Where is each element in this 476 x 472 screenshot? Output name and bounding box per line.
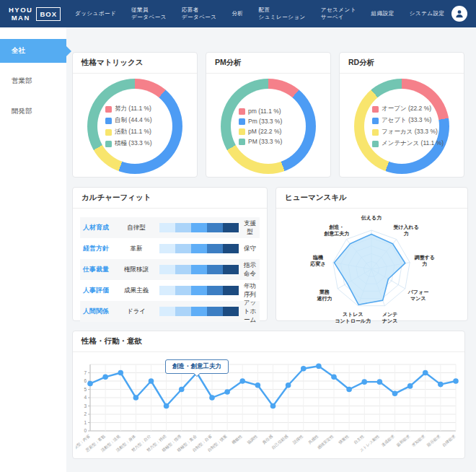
culture-scale-segment [191, 307, 207, 316]
culture-axis-name[interactable]: 人間関係 [83, 307, 118, 316]
svg-text:自律欲求: 自律欲求 [441, 434, 457, 447]
culture-fit-row: 人材育成自律型支援型 [80, 217, 260, 238]
legend-label: pM (22.2 %) [248, 128, 281, 135]
legend-item: オープン (22.2 %) [372, 105, 431, 113]
nav-item-analysis[interactable]: 分析 [232, 10, 244, 18]
culture-scale-segment [223, 286, 239, 295]
legend-label: 努力 (11.1 %) [115, 105, 151, 113]
svg-text:親和欲求: 親和欲求 [396, 434, 412, 448]
svg-text:3: 3 [84, 403, 87, 408]
culture-fit-row: 仕事裁量権限移譲指示命令 [80, 259, 260, 280]
svg-text:4: 4 [84, 395, 87, 400]
card-rd-analysis: RD分析 オープン (22.2 %)アセプト (33.3 %)フォーカス (33… [339, 52, 464, 178]
culture-scale-bar [159, 265, 239, 274]
culture-scale-segment [207, 286, 223, 295]
sidebar-item-1[interactable]: 営業部 [0, 69, 66, 93]
app-logo[interactable]: HYOU MAN BOX [9, 6, 61, 22]
card-title: 性格マトリックス [73, 53, 197, 74]
card-title: 性格・行動・意欲 [73, 331, 464, 352]
legend-swatch [239, 128, 245, 135]
culture-scale-segment [175, 244, 191, 253]
nav-item-placement-simulation[interactable]: 配置シュミレーション [259, 6, 306, 22]
card-personality-behavior: 性格・行動・意欲 創造・創意工夫力 01234567思索型：内省思索型：客観活動… [72, 331, 465, 459]
nav-item-label: サーベイ [321, 14, 356, 22]
card-title: ヒューマンスキル [276, 188, 467, 209]
culture-scale-segment [159, 307, 175, 316]
culture-fit-row: 人事評価成果主義年功序列 [80, 280, 260, 301]
user-avatar[interactable] [451, 6, 467, 22]
line-chart[interactable]: 創造・創意工夫力 01234567思索型：内省思索型：客観活動型：活発活動型：身… [73, 352, 464, 464]
svg-text:共感性: 共感性 [307, 434, 319, 445]
radar-chart[interactable]: 伝える力受け入れる 力調整する 力パフォー マンスメンテ ナンスストレス コント… [276, 209, 467, 323]
svg-text:0: 0 [84, 428, 87, 433]
culture-scale-segment [223, 307, 239, 316]
legend-item: フォーカス (33.3 %) [372, 128, 438, 136]
svg-text:1: 1 [84, 420, 87, 425]
svg-text:7: 7 [84, 370, 87, 375]
radar-axis-label: 調整する 力 [415, 254, 435, 267]
bottom-cards-row: 性格・行動・意欲 創造・創意工夫力 01234567思索型：内省思索型：客観活動… [72, 331, 468, 459]
nav-item-label: システム設定 [410, 10, 445, 18]
sidebar-item-0[interactable]: 全社 [0, 39, 66, 63]
radar-svg [276, 209, 467, 323]
culture-scale-bar [159, 223, 239, 232]
donut-chart-personality[interactable]: 努力 (11.1 %)自制 (44.4 %)活動 (11.1 %)積極 (33.… [87, 79, 182, 174]
culture-left-label: 革新 [118, 245, 155, 253]
svg-text:2: 2 [84, 411, 87, 416]
legend-item: pM (22.2 %) [239, 128, 281, 135]
donut-legend: オープン (22.2 %)アセプト (33.3 %)フォーカス (33.3 %)… [354, 79, 449, 174]
nav-item-system-settings[interactable]: システム設定 [410, 10, 445, 18]
card-title: カルチャーフィット [73, 188, 267, 209]
culture-scale-segment [175, 286, 191, 295]
svg-text:自主性: 自主性 [353, 434, 365, 445]
legend-swatch [372, 141, 379, 147]
culture-axis-name[interactable]: 仕事裁量 [83, 265, 118, 274]
culture-scale-segment [191, 244, 207, 253]
culture-scale-segment [175, 223, 191, 232]
person-icon [454, 9, 464, 19]
legend-label: メンテナンス (11.1 %) [382, 139, 444, 148]
legend-swatch [239, 118, 245, 125]
culture-axis-name[interactable]: 人材育成 [83, 223, 118, 232]
culture-right-label: 指示命令 [243, 261, 257, 279]
radar-axis-label: 臨機 応変さ [311, 254, 326, 267]
logo-box: BOX [36, 7, 61, 21]
donut-chart-pm[interactable]: pm (11.1 %)Pm (33.3 %)pM (22.2 %)PM (33.… [221, 79, 316, 174]
culture-left-label: 権限移譲 [118, 266, 155, 274]
culture-axis-name[interactable]: 人事評価 [83, 286, 118, 295]
nav-item-org-settings[interactable]: 組織設定 [371, 10, 395, 18]
culture-scale-segment [223, 244, 239, 253]
donut-chart-rd[interactable]: オープン (22.2 %)アセプト (33.3 %)フォーカス (33.3 %)… [354, 79, 449, 174]
legend-item: 積極 (33.3 %) [105, 139, 152, 148]
legend-swatch [372, 118, 379, 124]
culture-right-label: アットホーム [243, 299, 257, 325]
culture-axis-name[interactable]: 経営方針 [83, 244, 118, 253]
nav-item-applicant-database[interactable]: 応募者データベース [182, 6, 217, 22]
legend-label: PM (33.3 %) [248, 138, 282, 145]
page-layout: 全社営業部開発部 性格マトリックス 努力 (11.1 %)自制 (44.4 %)… [0, 27, 476, 472]
legend-swatch [105, 118, 112, 124]
culture-scale-segment [159, 223, 175, 232]
culture-scale-segment [207, 223, 223, 232]
culture-fit-table: 人材育成自律型支援型経営方針革新保守仕事裁量権限移譲指示命令人事評価成果主義年功… [73, 209, 267, 322]
nav-item-assessment-survey[interactable]: アセスメントサーベイ [321, 6, 356, 22]
legend-item: 自制 (44.4 %) [105, 116, 152, 125]
card-human-skill: ヒューマンスキル 伝える力受け入れる 力調整する 力パフォー マンスメンテ ナン… [276, 187, 468, 321]
nav-item-label: 配置 [259, 6, 306, 14]
culture-scale-bar [159, 244, 239, 253]
sidebar-item-2[interactable]: 開発部 [0, 100, 66, 123]
card-personality-matrix: 性格マトリックス 努力 (11.1 %)自制 (44.4 %)活動 (11.1 … [72, 52, 198, 178]
nav-item-employee-database[interactable]: 従業員データベース [131, 6, 167, 22]
nav-item-dashboard[interactable]: ダッシュボード [75, 10, 116, 18]
radar-axis-label: ストレス コントロール力 [335, 311, 371, 324]
culture-scale-segment [191, 265, 207, 274]
svg-text:協調性: 協調性 [247, 434, 260, 445]
card-culture-fit: カルチャーフィット 人材育成自律型支援型経営方針革新保守仕事裁量権限移譲指示命令… [72, 187, 268, 321]
culture-scale-segment [159, 244, 175, 253]
culture-fit-row: 経営方針革新保守 [80, 238, 260, 259]
chart-tooltip: 創造・創意工夫力 [165, 359, 229, 374]
legend-label: 活動 (11.1 %) [115, 128, 151, 136]
legend-swatch [239, 108, 245, 115]
culture-left-label: ドライ [118, 307, 155, 316]
radar-axis-label: メンテ ナンス [382, 311, 398, 324]
